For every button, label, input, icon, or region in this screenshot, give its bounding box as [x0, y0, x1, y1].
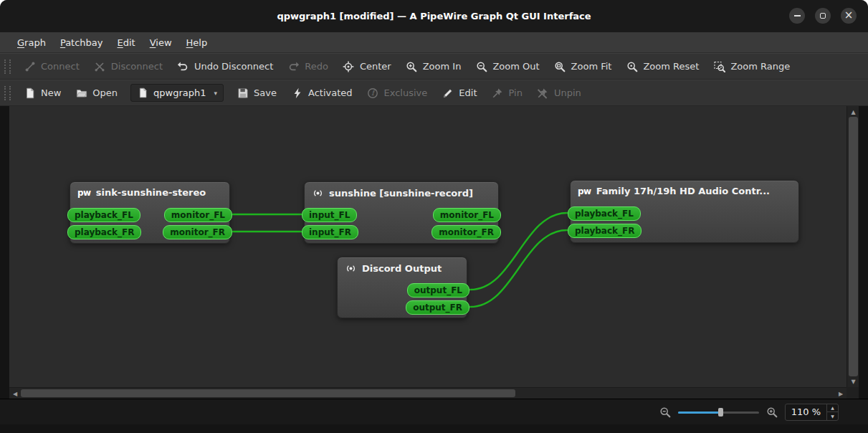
menu-edit[interactable]: Edit: [110, 34, 143, 51]
close-button[interactable]: ×: [841, 8, 857, 24]
connections-layer: [9, 106, 846, 387]
center-icon: [343, 60, 355, 72]
button-label: Redo: [305, 61, 328, 72]
port-monitor_FR[interactable]: monitor_FR: [163, 225, 232, 239]
save-icon: [237, 87, 249, 99]
horizontal-scrollbar-thumb[interactable]: [21, 389, 515, 397]
button-label: Center: [360, 61, 391, 72]
edit-button[interactable]: Edit: [434, 83, 484, 103]
port-monitor_FL[interactable]: monitor_FL: [164, 208, 232, 222]
node-sunshine-record[interactable]: sunshine [sunshine-record]input_FLinput_…: [304, 181, 499, 244]
zoom-slider-handle[interactable]: [718, 408, 723, 417]
scroll-down-arrow[interactable]: ▼: [847, 377, 859, 386]
new-button[interactable]: New: [16, 83, 68, 103]
zoom-out-icon[interactable]: [659, 406, 671, 418]
unpin-icon: [537, 87, 549, 99]
node-title: sunshine [sunshine-record]: [305, 182, 498, 199]
port-monitor_FR[interactable]: monitor_FR: [431, 225, 501, 239]
pencil-icon: [442, 87, 454, 99]
save-button[interactable]: Save: [229, 83, 284, 103]
button-label: Unpin: [554, 87, 581, 98]
zoom-in-icon[interactable]: [766, 406, 778, 418]
title-bar[interactable]: qpwgraph1 [modified] — A PipeWire Graph …: [0, 0, 868, 32]
maximize-icon: [820, 13, 826, 19]
zoom-in-button[interactable]: Zoom In: [399, 57, 469, 76]
menu-patchbay[interactable]: Patchbay: [53, 34, 110, 51]
scroll-left-arrow[interactable]: ◀: [11, 388, 19, 399]
menu-help[interactable]: Help: [179, 34, 215, 51]
app-window: qpwgraph1 [modified] — A PipeWire Graph …: [0, 0, 868, 433]
zoom-reset-button[interactable]: Zoom Reset: [619, 57, 706, 76]
vertical-scrollbar[interactable]: ▲ ▼: [846, 106, 859, 387]
toolbar-graph: ConnectDisconnectUndo DisconnectRedoCent…: [0, 53, 868, 80]
port-playback_FR[interactable]: playback_FR: [67, 225, 141, 239]
monitor-icon: [345, 262, 357, 275]
spin-up-icon[interactable]: ▲: [827, 404, 838, 412]
zoom-range-icon: [713, 60, 725, 72]
spin-down-icon[interactable]: ▼: [827, 411, 838, 420]
menu-graph[interactable]: Graph: [10, 34, 53, 51]
port-input_FL[interactable]: input_FL: [302, 208, 357, 222]
scroll-up-arrow[interactable]: ▲: [847, 108, 859, 116]
document-icon: [137, 87, 149, 99]
minimize-button[interactable]: [789, 8, 805, 24]
zoom-out-icon: [475, 60, 487, 72]
node-discord-output[interactable]: Discord Outputoutput_FLoutput_FR: [337, 257, 467, 318]
pipewire-icon: pw: [578, 186, 591, 196]
activated-button[interactable]: Activated: [284, 83, 360, 103]
graph-canvas[interactable]: pwsink-sunshine-stereoplayback_FLplaybac…: [9, 106, 846, 387]
node-title: Discord Output: [338, 257, 467, 275]
lightning-icon: [291, 87, 303, 99]
port-playback_FL[interactable]: playback_FL: [568, 206, 641, 221]
button-label: Zoom Fit: [571, 61, 612, 72]
zoom-out-button[interactable]: Zoom Out: [468, 57, 546, 76]
disconnect-button: Disconnect: [87, 57, 170, 76]
horizontal-scrollbar[interactable]: ◀ ▶: [9, 387, 846, 399]
scroll-right-arrow[interactable]: ▶: [836, 388, 845, 399]
button-label: Undo Disconnect: [194, 61, 273, 72]
node-title-text: Family 17h/19h HD Audio Contr...: [596, 186, 770, 196]
button-label: New: [41, 87, 61, 98]
port-output_FR[interactable]: output_FR: [406, 300, 469, 315]
zoom-in-icon: [406, 60, 418, 72]
work-area: pwsink-sunshine-stereoplayback_FLplaybac…: [9, 106, 859, 399]
node-sink-sunshine-stereo[interactable]: pwsink-sunshine-stereoplayback_FLplaybac…: [70, 181, 230, 244]
patchbay-file-combo[interactable]: qpwgraph1▾: [130, 84, 224, 102]
menu-view[interactable]: View: [143, 34, 179, 51]
port-playback_FL[interactable]: playback_FL: [67, 208, 140, 222]
center-button[interactable]: Center: [335, 57, 399, 76]
unpin-button: Unpin: [530, 83, 588, 103]
node-title: pwFamily 17h/19h HD Audio Contr...: [571, 181, 798, 196]
redo-button: Redo: [280, 57, 335, 76]
zoom-fit-icon: [554, 60, 566, 72]
chevron-down-icon: ▾: [214, 90, 218, 97]
node-title-text: sunshine [sunshine-record]: [329, 188, 473, 199]
node-family-hd-audio[interactable]: pwFamily 17h/19h HD Audio Contr...playba…: [570, 180, 799, 243]
exclusive-icon: f: [367, 87, 379, 99]
port-output_FL[interactable]: output_FL: [407, 283, 469, 298]
pin-icon: [492, 87, 504, 99]
port-monitor_FL[interactable]: monitor_FL: [433, 208, 501, 222]
undo-icon: [177, 60, 189, 72]
button-label: Zoom Reset: [643, 61, 699, 72]
zoom-slider-fill: [678, 411, 720, 414]
maximize-button[interactable]: [815, 8, 831, 24]
disconnect-icon: [94, 60, 106, 72]
zoom-fit-button[interactable]: Zoom Fit: [547, 57, 619, 76]
toolbar-drag-handle[interactable]: [4, 86, 11, 100]
zoom-slider[interactable]: [678, 406, 759, 418]
status-bar: 110 % ▲ ▼: [0, 399, 868, 424]
undo-disconnect-button[interactable]: Undo Disconnect: [170, 57, 280, 76]
window-controls: ×: [789, 8, 857, 24]
port-input_FR[interactable]: input_FR: [302, 225, 358, 239]
button-label: Zoom Out: [492, 61, 539, 72]
node-title: pwsink-sunshine-stereo: [70, 182, 229, 198]
window-title: qpwgraph1 [modified] — A PipeWire Graph …: [277, 11, 591, 22]
zoom-value-field[interactable]: 110 %: [786, 406, 826, 417]
toolbar-drag-handle[interactable]: [4, 60, 11, 74]
vertical-scrollbar-thumb[interactable]: [849, 117, 858, 376]
connect-button: Connect: [16, 57, 87, 76]
open-button[interactable]: Open: [68, 83, 125, 103]
zoom-range-button[interactable]: Zoom Range: [706, 57, 797, 76]
port-playback_FR[interactable]: playback_FR: [568, 224, 642, 238]
